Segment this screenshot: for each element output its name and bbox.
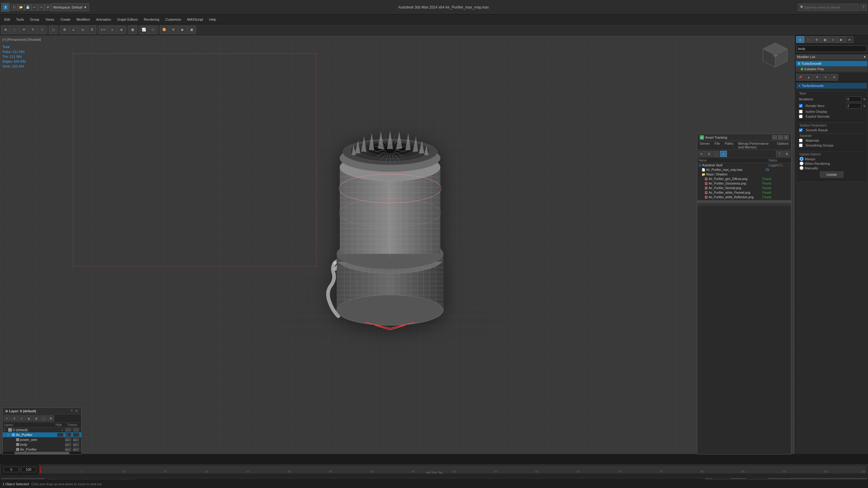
menu-maxscript[interactable]: MAXScript: [184, 14, 206, 24]
layer-toggle-hide-pw[interactable]: —: [65, 438, 71, 442]
save-file-btn[interactable]: 💾: [24, 4, 31, 11]
menu-modifiers[interactable]: Modifiers: [73, 14, 93, 24]
asset-settings-btn[interactable]: ⚙: [783, 151, 790, 157]
asset-menu-file[interactable]: File: [712, 141, 722, 150]
curve-editor-btn[interactable]: 📈: [140, 26, 148, 34]
percent-snap-btn[interactable]: %: [79, 26, 87, 34]
mirror-btn[interactable]: ⟺: [99, 26, 107, 34]
turbosmooth-header[interactable]: TurboSmooth: [797, 83, 867, 89]
select-obj-btn[interactable]: ⊕: [1, 26, 10, 34]
timeline-playhead[interactable]: [40, 466, 40, 473]
render-iters-check[interactable]: [799, 104, 803, 108]
layers-sel-obj-btn[interactable]: ⊕: [33, 415, 39, 421]
layers-close-btn[interactable]: ✕: [74, 409, 79, 413]
layers-title-bar[interactable]: ▣ Layer: 0 (default) ? ✕: [3, 408, 81, 415]
settings-btn[interactable]: ⚙: [44, 4, 51, 11]
mod-delete-btn[interactable]: ✕: [822, 74, 830, 80]
asset-thumb-btn[interactable]: ⬚: [713, 151, 719, 157]
body-name-field[interactable]: [797, 45, 867, 52]
layers-help-btn[interactable]: ?: [70, 409, 73, 413]
move-btn[interactable]: ✛: [20, 26, 28, 34]
select-region-btn[interactable]: ⬚: [10, 26, 19, 34]
align-btn[interactable]: ≡: [108, 26, 117, 34]
rp-icon-expand[interactable]: ≫: [845, 36, 854, 43]
asset-vscroll-thumb[interactable]: [697, 203, 791, 206]
asset-row-diffuse[interactable]: 🖼 Air_Purifier_gen_Diffuse.png Found: [697, 177, 791, 181]
mod-move-down-btn[interactable]: ▼: [813, 74, 821, 80]
asset-row-gloss[interactable]: 🖼 Air_Purifier_Glossiness.png Found: [697, 181, 791, 186]
help-icon[interactable]: ?: [860, 4, 867, 11]
layer-freeze-apsub[interactable]: —: [73, 448, 79, 451]
menu-edit[interactable]: Edit: [1, 14, 13, 24]
rp-icon-3[interactable]: ⚙: [813, 36, 820, 43]
search-bar[interactable]: 🔍: [798, 4, 859, 11]
explicit-normals-check[interactable]: [799, 115, 803, 118]
asset-hscroll-thumb[interactable]: [697, 200, 791, 203]
search-input[interactable]: [804, 5, 852, 9]
redo-btn[interactable]: ↪: [38, 4, 44, 11]
mod-move-up-btn[interactable]: ▲: [805, 74, 813, 80]
update-button[interactable]: Update: [820, 171, 843, 177]
render-production-btn[interactable]: ▣: [187, 26, 196, 34]
layers-scrollbar[interactable]: [3, 452, 81, 454]
materials-check[interactable]: [799, 139, 803, 142]
asset-minimize-btn[interactable]: —: [772, 135, 777, 139]
asset-close-btn[interactable]: ✕: [784, 135, 788, 139]
rp-icon-2[interactable]: ⬛: [804, 36, 812, 43]
frame-total-input[interactable]: [21, 467, 36, 472]
modifier-list-header[interactable]: Modifier List ▼: [795, 54, 868, 60]
layer-toggle-hide-ap[interactable]: [57, 433, 63, 436]
mod-config-btn[interactable]: ⚙: [830, 74, 838, 80]
viewport[interactable]: [+] [Perspective] [Shaded] Total Polys: …: [0, 35, 795, 454]
spinner-snap-btn[interactable]: ⇅: [88, 26, 96, 34]
layers-delete-btn[interactable]: ✕: [11, 415, 18, 421]
layer-item-air-purifier[interactable]: ▷ Air_Purifier □: [3, 432, 81, 437]
layer-toggle-hide-0[interactable]: [65, 428, 71, 432]
asset-restore-btn[interactable]: □: [778, 135, 783, 139]
reference-coord-btn[interactable]: ◻: [49, 26, 58, 34]
frame-input[interactable]: [4, 467, 19, 472]
modifier-turbosmooth[interactable]: TurboSmooth: [796, 61, 867, 66]
layers-sel-highlight-btn[interactable]: ◈: [26, 415, 32, 421]
layer-toggle-freeze-0[interactable]: [73, 428, 79, 432]
render-iters-input[interactable]: [846, 103, 861, 108]
menu-graph-editors[interactable]: Graph Editors: [114, 14, 141, 24]
render-frame-btn[interactable]: ▶: [178, 26, 187, 34]
asset-help-btn[interactable]: ?: [776, 151, 783, 157]
rp-dropdown-btn[interactable]: ▼: [863, 55, 866, 59]
layer-toggle-hide-body[interactable]: —: [65, 443, 71, 446]
viewport-cube[interactable]: TOP: [762, 41, 789, 69]
undo-btn[interactable]: ↩: [31, 4, 38, 11]
asset-title-bar[interactable]: A Asset Tracking — □ ✕: [697, 134, 791, 141]
layer-item-body[interactable]: body — —: [3, 442, 81, 447]
schematic-btn[interactable]: ⬡: [149, 26, 157, 34]
asset-vscroll[interactable]: [697, 203, 791, 206]
asset-row-normal[interactable]: 🖼 Air_Purifier_Normal.png Found: [697, 186, 791, 190]
material-editor-btn[interactable]: 🎨: [160, 26, 168, 34]
smooth-result-check[interactable]: [799, 128, 803, 132]
render-setup-btn[interactable]: ⚙: [169, 26, 178, 34]
menu-create[interactable]: Create: [57, 14, 73, 24]
asset-menu-paths[interactable]: Paths: [722, 141, 736, 150]
when-rendering-radio[interactable]: [800, 161, 804, 165]
asset-menu-options[interactable]: Options: [775, 141, 791, 150]
rp-icon-4[interactable]: ▦: [821, 36, 829, 43]
asset-list-btn[interactable]: ☰: [706, 151, 712, 157]
asset-row-maps[interactable]: 📁 Maps / Shaders: [697, 172, 791, 177]
menu-rendering[interactable]: Rendering: [141, 14, 162, 24]
asset-menu-bitmap[interactable]: Bitmap Performance and Memory: [736, 141, 775, 150]
isoline-check[interactable]: [799, 110, 803, 113]
timeline-track[interactable]: 0 5 10 15 20 25 30 35 40 45 50 55 60 65 …: [40, 466, 866, 473]
layers-freeze-btn[interactable]: ❄: [48, 415, 54, 421]
layer-mgr-btn[interactable]: ▣: [128, 26, 137, 34]
asset-row-reflection[interactable]: 🖼 Air_Purifier_white_Reflection.png Foun…: [697, 195, 791, 199]
asset-refresh-btn[interactable]: ↻: [698, 151, 705, 157]
smoothing-groups-check[interactable]: [799, 143, 803, 147]
manually-radio[interactable]: [800, 166, 804, 170]
asset-row-vault[interactable]: ☑ Autodesk Vault Logged O...: [697, 163, 791, 167]
layer-item-ap-sub[interactable]: Air_Purifier — —: [3, 447, 81, 452]
asset-row-max[interactable]: 📄 Air_Purifier_max_vray.max Ok: [697, 167, 791, 172]
layer-item-power-wire[interactable]: power_wire — —: [3, 437, 81, 442]
layers-add-sel-btn[interactable]: +: [18, 415, 25, 421]
render-iters-spinner[interactable]: ⇅: [863, 104, 866, 108]
